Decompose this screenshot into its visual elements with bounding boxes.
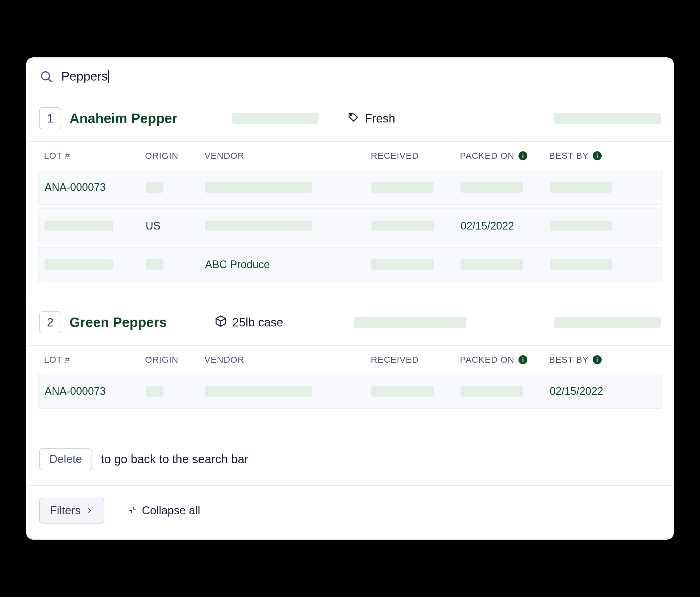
- section-index-badge: 2: [39, 311, 61, 333]
- cell-packed: 02/15/2022: [460, 220, 550, 232]
- col-best-by[interactable]: BEST BYi: [549, 355, 638, 365]
- col-vendor[interactable]: VENDOR: [204, 355, 371, 365]
- search-value: Peppers: [61, 69, 107, 83]
- tag: Fresh: [348, 111, 455, 126]
- svg-point-2: [350, 114, 352, 115]
- section-header[interactable]: 2 Green Peppers 25lb case: [26, 298, 674, 346]
- delete-key[interactable]: Delete: [39, 448, 92, 470]
- result-section-2: 2 Green Peppers 25lb case LOT # ORIGIN V…: [26, 298, 674, 433]
- cell-received: [371, 259, 460, 270]
- info-icon[interactable]: i: [519, 355, 527, 364]
- hint-text: to go back to the search bar: [101, 453, 248, 466]
- table-body: ANA-000073 02/15/2022: [26, 374, 674, 433]
- col-packed-on[interactable]: PACKED ONi: [460, 355, 549, 365]
- cell-vendor: [205, 386, 371, 397]
- search-icon: [39, 70, 53, 83]
- table-body: ANA-000073 US 02/15/2022 ABC Produce: [26, 170, 674, 297]
- cell-bestby: [550, 259, 639, 270]
- cell-bestby: [550, 221, 639, 231]
- cell-received: [371, 221, 460, 231]
- svg-point-0: [42, 72, 50, 80]
- filters-label: Filters: [50, 504, 80, 517]
- cell-origin: [146, 386, 205, 397]
- col-packed-on[interactable]: PACKED ONi: [460, 151, 549, 161]
- cell-received: [371, 182, 460, 193]
- col-best-by[interactable]: BEST BYi: [549, 151, 638, 161]
- package-label: 25lb case: [215, 315, 345, 330]
- result-section-1: 1 Anaheim Pepper Fresh LOT # ORIGIN VEND…: [26, 94, 674, 298]
- info-icon[interactable]: i: [593, 151, 602, 160]
- cell-origin: [146, 259, 205, 270]
- section-title: Anaheim Pepper: [70, 110, 224, 126]
- table-row[interactable]: US 02/15/2022: [38, 209, 662, 243]
- section-index-badge: 1: [39, 107, 61, 129]
- col-lot[interactable]: LOT #: [44, 151, 145, 161]
- section-header[interactable]: 1 Anaheim Pepper Fresh: [26, 94, 674, 142]
- col-origin[interactable]: ORIGIN: [145, 355, 204, 365]
- col-origin[interactable]: ORIGIN: [145, 151, 204, 161]
- cell-vendor: [205, 182, 371, 193]
- cell-packed: [460, 386, 550, 397]
- cell-lot: ANA-000073: [45, 181, 146, 194]
- tag-label: Fresh: [365, 112, 395, 125]
- package-text: 25lb case: [232, 316, 283, 329]
- table-header: LOT # ORIGIN VENDOR RECEIVED PACKED ONi …: [26, 142, 674, 170]
- table-row[interactable]: ANA-000073: [38, 170, 662, 205]
- cell-packed: [460, 182, 550, 193]
- cell-bestby: 02/15/2022: [550, 385, 639, 398]
- placeholder: [354, 317, 467, 328]
- table-row[interactable]: ANA-000073 02/15/2022: [38, 374, 662, 409]
- table-row[interactable]: ABC Produce: [38, 247, 662, 282]
- col-vendor[interactable]: VENDOR: [204, 151, 371, 161]
- placeholder: [232, 113, 319, 124]
- placeholder: [554, 317, 661, 328]
- box-icon: [215, 315, 227, 330]
- footer-bar: Filters Collapse all: [26, 486, 674, 540]
- cell-origin: [146, 182, 205, 193]
- cell-lot: [45, 221, 146, 231]
- tag-icon: [348, 111, 359, 126]
- placeholder: [554, 113, 661, 124]
- search-panel: Peppers 1 Anaheim Pepper Fresh LOT # ORI…: [26, 57, 674, 540]
- collapse-icon: [128, 504, 137, 517]
- cell-origin: US: [146, 220, 205, 232]
- col-lot[interactable]: LOT #: [44, 355, 145, 365]
- search-bar[interactable]: Peppers: [26, 57, 674, 94]
- text-cursor: [108, 70, 109, 83]
- section-title: Green Peppers: [70, 314, 206, 330]
- cell-vendor: ABC Produce: [205, 258, 371, 271]
- cell-received: [371, 386, 460, 397]
- filters-button[interactable]: Filters: [39, 498, 104, 524]
- col-received[interactable]: RECEIVED: [371, 355, 460, 365]
- cell-bestby: [550, 182, 639, 193]
- info-icon[interactable]: i: [593, 355, 602, 364]
- keyboard-hint: Delete to go back to the search bar: [26, 433, 674, 486]
- cell-lot: ANA-000073: [45, 385, 146, 398]
- info-icon[interactable]: i: [519, 151, 527, 160]
- col-received[interactable]: RECEIVED: [371, 151, 460, 161]
- search-input[interactable]: Peppers: [61, 69, 109, 83]
- chevron-right-icon: [86, 504, 94, 517]
- cell-vendor: [205, 221, 371, 231]
- cell-lot: [45, 259, 146, 270]
- cell-packed: [460, 259, 550, 270]
- table-header: LOT # ORIGIN VENDOR RECEIVED PACKED ONi …: [26, 346, 674, 374]
- collapse-label: Collapse all: [142, 504, 200, 517]
- svg-line-1: [49, 79, 51, 81]
- collapse-all-button[interactable]: Collapse all: [128, 504, 200, 517]
